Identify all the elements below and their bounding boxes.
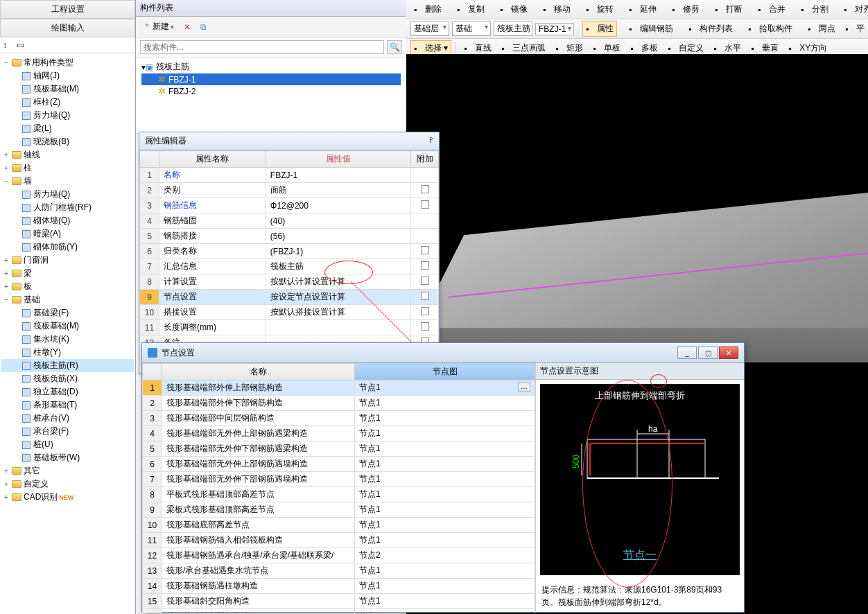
node-row[interactable]: 9 梁板式筏形基础顶部高差节点 节点1: [143, 502, 535, 518]
node-row[interactable]: 2 筏形基础端部外伸下部钢筋构造 节点1: [143, 396, 535, 411]
combo[interactable]: 基础层: [410, 21, 449, 36]
copy-icon[interactable]: ⧉: [198, 21, 209, 33]
search-button[interactable]: 🔍: [387, 40, 402, 54]
prop-row[interactable]: 1 名称 FBZJ-1: [140, 168, 439, 183]
tree-item[interactable]: 人防门框墙(RF): [1, 201, 134, 214]
tree-folder[interactable]: +门窗洞: [1, 254, 134, 267]
combo[interactable]: 基础: [452, 21, 491, 36]
tree-item[interactable]: 筏板主筋(R): [1, 359, 134, 372]
checkbox[interactable]: [421, 200, 429, 209]
tree-item[interactable]: 框柱(Z): [1, 96, 134, 109]
tree-item[interactable]: 暗梁(A): [1, 227, 134, 240]
tb-两点[interactable]: ▪两点: [804, 21, 839, 37]
nav-tree[interactable]: −常用构件类型轴网(J)筏板基础(M)框柱(Z)剪力墙(Q)梁(L)现浇板(B)…: [0, 53, 135, 608]
node-row[interactable]: 11 筏形基础钢筋锚入相邻筏板构造 节点1: [143, 533, 535, 548]
delete-icon[interactable]: ✕: [181, 21, 193, 33]
mid-tree-item[interactable]: ✲FBZJ-1: [141, 73, 401, 85]
prop-row[interactable]: 5 钢筋搭接 (56): [140, 229, 439, 244]
node-row[interactable]: 6 筏形基础端部无外伸上部钢筋遇墙构造 节点1: [143, 457, 535, 472]
node-row[interactable]: 5 筏形基础端部无外伸下部钢筋遇梁构造 节点1: [143, 441, 535, 457]
tree-folder[interactable]: −墙: [1, 175, 134, 188]
tree-folder[interactable]: +柱: [1, 161, 134, 175]
node-row[interactable]: 4 筏形基础端部无外伸上部钢筋遇梁构造 节点1: [143, 426, 535, 441]
component-tree[interactable]: ▾ ▣筏板主筋✲FBZJ-1✲FBZJ-2: [136, 58, 406, 134]
tb-平[interactable]: ▪平: [842, 21, 868, 37]
tb-合并[interactable]: ▪合并: [754, 1, 789, 17]
new-button[interactable]: ＊新建▾: [140, 19, 177, 34]
tree-item[interactable]: 砌体墙(Q): [1, 214, 134, 227]
node-row[interactable]: 14 筏形基础钢筋遇柱墩构造 节点1: [143, 579, 535, 594]
tree-item[interactable]: 剪力墙(Q): [1, 188, 134, 201]
tree-item[interactable]: 筏板基础(M): [1, 82, 134, 96]
tree-item[interactable]: 现浇板(B): [1, 135, 134, 148]
preview-node-link[interactable]: 节点一: [623, 548, 657, 563]
tb-复制[interactable]: ▪复制: [453, 1, 488, 17]
tree-item[interactable]: 轴网(J): [1, 69, 134, 82]
node-row[interactable]: 7 筏形基础端部无外伸下部钢筋遇墙构造 节点1: [143, 472, 535, 487]
node-table[interactable]: 名称节点图 1 筏形基础端部外伸上部钢筋构造 节点1… 2 筏形基础端部外伸下部…: [142, 363, 535, 613]
checkbox[interactable]: [421, 277, 429, 285]
tree-item[interactable]: 桩(U): [1, 438, 134, 451]
tb-移动[interactable]: ▪移动: [539, 1, 574, 17]
tree-folder[interactable]: +其它: [1, 464, 134, 477]
close-button[interactable]: ✕: [719, 347, 738, 359]
prop-row[interactable]: 3 钢筋信息 Φ12@200: [140, 198, 439, 213]
combo[interactable]: FBZJ-1: [535, 23, 574, 35]
dialog-titlebar[interactable]: 节点设置 _ ▢ ✕: [142, 343, 744, 363]
prop-row[interactable]: 2 类别 面筋: [140, 183, 439, 198]
pin-icon[interactable]: ⫯: [429, 135, 433, 147]
node-row[interactable]: 3 筏形基础端部中间层钢筋构造 节点1: [143, 411, 535, 426]
tree-item[interactable]: 基础梁(F): [1, 306, 134, 319]
tree-item[interactable]: 柱墩(Y): [1, 346, 134, 359]
tb-删除[interactable]: ▪删除: [410, 1, 445, 17]
tree-item[interactable]: 集水坑(K): [1, 333, 134, 346]
tree-item[interactable]: 筏板负筋(X): [1, 372, 134, 385]
tree-folder[interactable]: +自定义: [1, 477, 134, 491]
tree-folder[interactable]: +梁: [1, 267, 134, 280]
prop-row[interactable]: 9 节点设置 按设定节点设置计算: [140, 290, 439, 305]
prop-row[interactable]: 7 汇总信息 筏板主筋: [140, 259, 439, 274]
search-input[interactable]: [140, 40, 384, 54]
tb-属性[interactable]: ▪属性: [582, 21, 617, 37]
tb-拾取构件[interactable]: ▪拾取构件: [745, 21, 796, 37]
collapse-icon[interactable]: ▭: [17, 40, 26, 50]
tree-item[interactable]: 独立基础(D): [1, 385, 134, 398]
tb-编辑钢筋[interactable]: ▪编辑钢筋: [625, 21, 677, 37]
tb-打断[interactable]: ▪打断: [711, 1, 746, 17]
mid-tree-item[interactable]: ✲FBZJ-2: [141, 85, 401, 97]
tree-item[interactable]: 剪力墙(Q): [1, 109, 134, 122]
tb-镜像[interactable]: ▪镜像: [496, 1, 531, 17]
ellipsis-button[interactable]: …: [518, 382, 530, 392]
node-row[interactable]: 16 筏形基础斜交阴角构造 节点1: [143, 609, 535, 613]
tree-item[interactable]: 承台梁(F): [1, 425, 134, 438]
tree-item[interactable]: 砌体加筋(Y): [1, 240, 134, 254]
tree-item[interactable]: 梁(L): [1, 122, 134, 135]
prop-row[interactable]: 10 搭接设置 按默认搭接设置计算: [140, 305, 439, 320]
tree-folder[interactable]: +板: [1, 280, 134, 293]
tree-root[interactable]: −常用构件类型: [1, 56, 134, 69]
tb-对齐[interactable]: ▪对齐: [840, 1, 868, 17]
checkbox[interactable]: [421, 261, 429, 270]
prop-row[interactable]: 11 长度调整(mm): [140, 320, 439, 335]
tree-item[interactable]: 基础板带(W): [1, 451, 134, 464]
tree-item[interactable]: 桩承台(V): [1, 412, 134, 425]
tree-folder[interactable]: +CAD识别NEW: [1, 491, 134, 504]
tab-project-settings[interactable]: 工程设置: [0, 0, 135, 19]
tree-item[interactable]: 条形基础(T): [1, 398, 134, 412]
tb-构件列表[interactable]: ▪构件列表: [685, 21, 736, 37]
node-row[interactable]: 1 筏形基础端部外伸上部钢筋构造 节点1…: [143, 380, 535, 396]
checkbox[interactable]: [421, 307, 429, 315]
prop-row[interactable]: 4 钢筋锚固 (40): [140, 213, 439, 229]
property-table[interactable]: 属性名称属性值附加 1 名称 FBZJ-1 2 类别 面筋 3 钢筋信息 Φ12…: [139, 150, 439, 374]
tree-item[interactable]: 筏板基础(M): [1, 319, 134, 333]
node-row[interactable]: 10 筏形基础底部高差节点 节点1: [143, 518, 535, 533]
tb-修剪[interactable]: ▪修剪: [668, 1, 703, 17]
node-row[interactable]: 15 筏形基础斜交阳角构造 节点1: [143, 594, 535, 609]
tb-分割[interactable]: ▪分割: [797, 1, 832, 17]
checkbox[interactable]: [421, 322, 429, 331]
maximize-button[interactable]: ▢: [698, 347, 718, 359]
tree-folder[interactable]: +轴线: [1, 148, 134, 161]
checkbox[interactable]: [421, 185, 429, 193]
minimize-button[interactable]: _: [677, 347, 697, 359]
arrow-down-icon[interactable]: ↕: [3, 40, 12, 50]
